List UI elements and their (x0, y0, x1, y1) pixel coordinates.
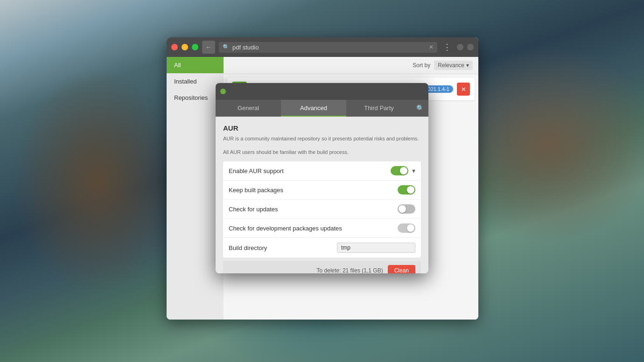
aur-title: AUR (223, 124, 421, 132)
prefs-dot (220, 89, 226, 94)
prefs-search-button[interactable]: 🔍 (412, 100, 428, 117)
aur-settings-section: Enable AUR support ▾ Keep built packages (223, 161, 421, 258)
tab-general[interactable]: General (216, 100, 281, 117)
tab-third-party[interactable]: Third Party (346, 100, 412, 117)
search-icon: 🔍 (223, 44, 230, 50)
enable-aur-controls: ▾ (391, 166, 415, 175)
enable-aur-chevron[interactable]: ▾ (412, 167, 415, 174)
sort-value: Relevance (438, 62, 464, 69)
toggle-knob-3 (399, 205, 406, 213)
aur-desc-1: AUR is a community maintained repository… (223, 135, 421, 143)
toggle-knob-2 (407, 186, 414, 194)
aur-desc-2: All AUR users should be familiar with th… (223, 148, 421, 156)
prefs-content: AUR AUR is a community maintained reposi… (216, 117, 428, 273)
check-for-updates-label: Check for updates (229, 206, 278, 213)
sort-chevron-icon: ▾ (466, 62, 469, 69)
check-dev-packages-label: Check for development packages updates (229, 225, 342, 232)
keep-built-controls (398, 185, 415, 195)
prefs-title-bar (216, 83, 428, 100)
delete-text: To delete: 21 files (1,1 GB) (317, 267, 383, 273)
toggle-knob-4 (407, 224, 414, 232)
check-updates-controls (398, 204, 415, 214)
title-bar: ← 🔍 ✕ ⋮ (167, 37, 478, 57)
search-clear-icon[interactable]: ✕ (429, 44, 434, 50)
tab-advanced[interactable]: Advanced (281, 100, 346, 117)
search-bar: 🔍 ✕ (219, 42, 437, 53)
search-input[interactable] (232, 44, 426, 51)
build-directory-label: Build directory (229, 244, 267, 251)
check-for-updates-row: Check for updates (223, 200, 421, 219)
back-button[interactable]: ← (202, 41, 215, 54)
enable-aur-row: Enable AUR support ▾ (223, 161, 421, 181)
build-dir-controls (337, 243, 415, 253)
preferences-dialog: General Advanced Third Party 🔍 AUR AUR i… (216, 83, 428, 273)
sidebar-item-repositories[interactable]: Repositories (167, 90, 224, 106)
sidebar-item-all[interactable]: All (167, 57, 224, 73)
check-dev-controls (398, 223, 415, 233)
wm-button-1[interactable] (457, 44, 463, 50)
sort-select[interactable]: Relevance ▾ (434, 61, 473, 70)
sidebar: All Installed Repositories (167, 57, 224, 320)
build-directory-row: Build directory (223, 238, 421, 258)
toggle-knob (400, 167, 407, 174)
sort-by-label: Sort by (413, 62, 430, 69)
enable-aur-toggle[interactable] (391, 166, 408, 175)
sidebar-item-installed[interactable]: Installed (167, 73, 224, 90)
build-directory-input[interactable] (337, 243, 415, 253)
close-button[interactable] (171, 44, 178, 50)
prefs-tabs: General Advanced Third Party 🔍 (216, 100, 428, 117)
sort-bar: Sort by Relevance ▾ (224, 57, 478, 74)
keep-built-packages-row: Keep built packages (223, 181, 421, 200)
menu-button[interactable]: ⋮ (441, 40, 453, 54)
check-for-updates-toggle[interactable] (398, 204, 415, 214)
keep-built-toggle[interactable] (398, 185, 415, 195)
package-remove-button[interactable]: ✕ (457, 83, 470, 96)
clean-button[interactable]: Clean (388, 265, 415, 273)
prefs-search-icon: 🔍 (416, 104, 424, 112)
check-dev-packages-row: Check for development packages updates (223, 219, 421, 238)
keep-built-packages-label: Keep built packages (229, 187, 283, 194)
delete-section: To delete: 21 files (1,1 GB) Clean (223, 261, 421, 273)
maximize-button[interactable] (192, 44, 198, 50)
enable-aur-label: Enable AUR support (229, 167, 284, 174)
wm-button-2[interactable] (467, 44, 474, 50)
minimize-button[interactable] (182, 44, 188, 50)
check-dev-toggle[interactable] (398, 223, 415, 233)
